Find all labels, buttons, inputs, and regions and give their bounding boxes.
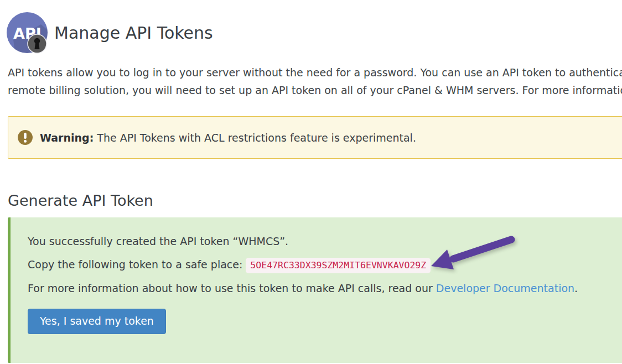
info-suffix: .	[574, 282, 578, 294]
generate-api-token-heading: Generate API Token	[8, 192, 622, 209]
token-copy-label: Copy the following token to a safe place…	[28, 258, 242, 271]
developer-documentation-link[interactable]: Developer Documentation	[436, 282, 574, 294]
token-copy-row: Copy the following token to a safe place…	[28, 258, 622, 271]
warning-label: Warning:	[40, 132, 94, 144]
token-created-message: You successfully created the API token “…	[28, 235, 622, 247]
manage-api-tokens-page: API Manage API Tokens API tokens allow y…	[0, 0, 622, 363]
success-callout: You successfully created the API token “…	[8, 217, 622, 363]
warning-callout: Warning: The API Tokens with ACL restric…	[8, 116, 622, 159]
info-prefix: For more information about how to use th…	[28, 282, 436, 294]
intro-line-2: remote billing solution, you will need t…	[8, 81, 622, 99]
api-token-value[interactable]: 5OE47RC33DX39SZM2MIT6EVNVKAVO29Z	[246, 258, 431, 273]
intro-line-1: API tokens allow you to log in to your s…	[8, 64, 622, 81]
keyhole-icon	[28, 34, 46, 53]
intro-paragraph: API tokens allow you to log in to your s…	[8, 64, 622, 99]
yes-saved-token-button[interactable]: Yes, I saved my token	[28, 309, 166, 334]
warning-icon	[18, 130, 33, 145]
warning-message: The API Tokens with ACL restrictions fea…	[97, 132, 416, 144]
api-tokens-icon: API	[6, 11, 49, 54]
page-header: API Manage API Tokens	[6, 11, 622, 54]
token-info-row: For more information about how to use th…	[28, 282, 622, 294]
page-title: Manage API Tokens	[54, 23, 213, 43]
warning-text: Warning: The API Tokens with ACL restric…	[40, 132, 416, 144]
